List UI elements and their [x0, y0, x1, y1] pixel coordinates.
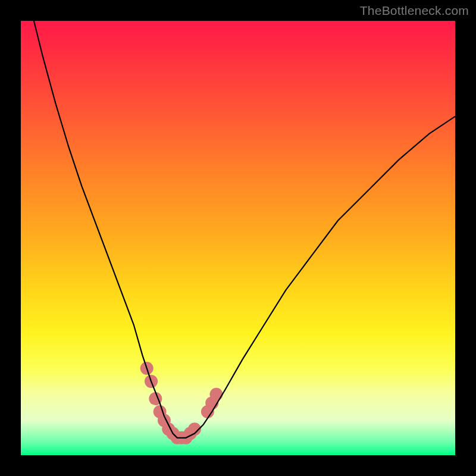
- curve-svg: [21, 21, 455, 455]
- marker-group: [140, 362, 223, 444]
- marker-point: [210, 388, 223, 401]
- chart-container: TheBottleneck.com: [0, 0, 476, 476]
- plot-area: [21, 21, 455, 455]
- bottleneck-curve: [34, 21, 455, 438]
- watermark-text: TheBottleneck.com: [360, 4, 469, 18]
